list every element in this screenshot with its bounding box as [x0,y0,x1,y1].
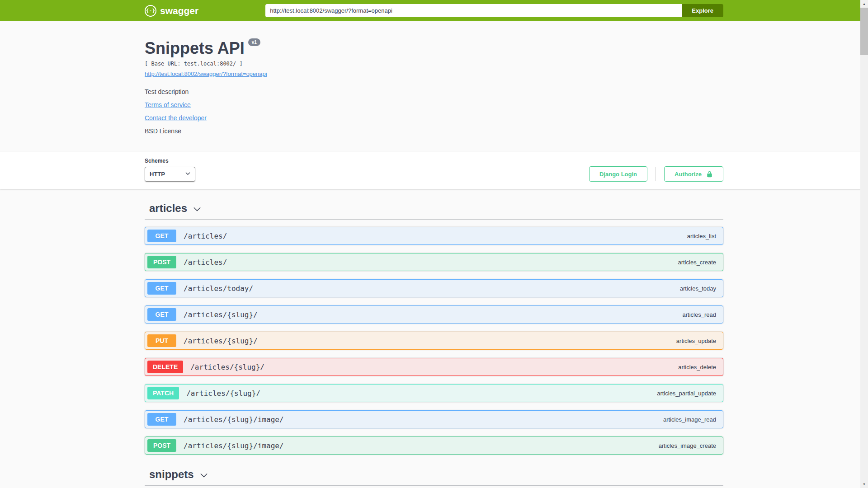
operation-id: articles_create [678,259,716,266]
operation-path: /articles/{slug}/ [186,389,260,398]
operation-path: /articles/ [184,258,227,267]
operation-path: /articles/{slug}/image/ [184,415,284,424]
authorize-label: Authorize [675,171,702,178]
tag-name: snippets [149,468,194,481]
method-badge: PUT [147,334,176,347]
operation-id: articles_image_create [659,442,716,449]
spec-link[interactable]: http://test.local:8002/swagger/?format=o… [145,70,267,77]
operation-path: /articles/today/ [184,284,253,293]
schemes-selected-value: HTTP [150,171,165,178]
license-text: BSD License [145,127,723,135]
method-badge: PATCH [147,387,179,399]
operation-id: articles_image_read [663,416,716,423]
schemes-block: Schemes HTTP [145,158,195,182]
method-badge: GET [147,282,176,295]
explore-button[interactable]: Explore [682,4,723,17]
scroll-up-button[interactable]: ▲ [860,0,868,8]
authorize-button[interactable]: Authorize [664,166,723,182]
method-badge: DELETE [147,361,183,373]
operation-row[interactable]: GET /articles/{slug}/ articles_read [145,305,723,324]
operation-row[interactable]: GET /articles/{slug}/image/ articles_ima… [145,410,723,428]
operation-id: articles_list [687,233,716,239]
version-badge: v1 [248,38,260,46]
operation-list: GET /snippets/ snippets_list [145,486,723,488]
operation-path: /articles/{slug}/image/ [184,441,284,450]
brand-text: swagger [160,5,198,16]
operations-container: articles GET /articles/ articles_list PO… [145,189,723,488]
method-badge: GET [147,413,176,426]
auth-divider [656,167,656,181]
operation-id: articles_today [680,285,716,292]
method-badge: POST [147,256,176,268]
swagger-brand-link[interactable]: {-} swagger [145,5,198,17]
operation-id: articles_read [683,311,716,318]
operation-path: /articles/{slug}/ [190,363,264,371]
swagger-logo-icon: {-} [145,5,156,17]
url-input[interactable] [265,4,682,17]
download-url-form: Explore [265,4,723,17]
api-description: Test description [145,88,723,95]
auth-wrapper: Django Login Authorize [589,166,723,182]
scroll-down-button[interactable]: ▼ [860,480,868,488]
operation-id: articles_partial_update [657,390,716,397]
operation-row[interactable]: POST /articles/{slug}/image/ articles_im… [145,436,723,455]
scheme-container: Schemes HTTP Django Login Authorize [0,152,868,189]
chevron-down-icon[interactable] [193,205,202,214]
operation-path: /articles/ [184,232,227,240]
method-badge: GET [147,308,176,321]
operation-list: GET /articles/ articles_list POST /artic… [145,220,723,464]
operation-row[interactable]: GET /articles/ articles_list [145,227,723,245]
operation-id: articles_delete [678,364,716,371]
tag-header[interactable]: articles [145,197,723,220]
django-login-button[interactable]: Django Login [589,166,647,182]
chevron-down-icon [185,171,190,178]
scrollbar-thumb[interactable] [860,8,868,55]
title-row: Snippets API v1 [145,40,723,56]
operation-row[interactable]: GET /articles/today/ articles_today [145,279,723,297]
tag-section: snippets GET /snippets/ snippets_list [145,464,723,488]
info-section: Snippets API v1 [ Base URL: test.local:8… [0,21,868,152]
operation-row[interactable]: PATCH /articles/{slug}/ articles_partial… [145,384,723,402]
contact-developer-link[interactable]: Contact the developer [145,114,207,122]
tag-header[interactable]: snippets [145,464,723,486]
operation-id: articles_update [676,338,716,344]
operation-path: /articles/{slug}/ [184,337,258,345]
schemes-select[interactable]: HTTP [145,167,195,182]
terms-of-service-link[interactable]: Terms of service [145,101,191,108]
operation-row[interactable]: PUT /articles/{slug}/ articles_update [145,332,723,350]
operation-row[interactable]: DELETE /articles/{slug}/ articles_delete [145,358,723,376]
base-url: [ Base URL: test.local:8002/ ] [145,61,723,67]
api-title: Snippets API [145,40,245,56]
chevron-down-icon[interactable] [199,471,208,480]
unlock-icon [706,171,713,178]
method-badge: GET [147,230,176,242]
schemes-label: Schemes [145,158,195,164]
scrollbar[interactable]: ▲ ▼ [860,0,868,488]
tag-name: articles [149,202,187,215]
method-badge: POST [147,439,176,452]
topbar: {-} swagger Explore [0,0,868,21]
operation-path: /articles/{slug}/ [184,310,258,319]
operation-row[interactable]: POST /articles/ articles_create [145,253,723,271]
tag-section: articles GET /articles/ articles_list PO… [145,197,723,464]
